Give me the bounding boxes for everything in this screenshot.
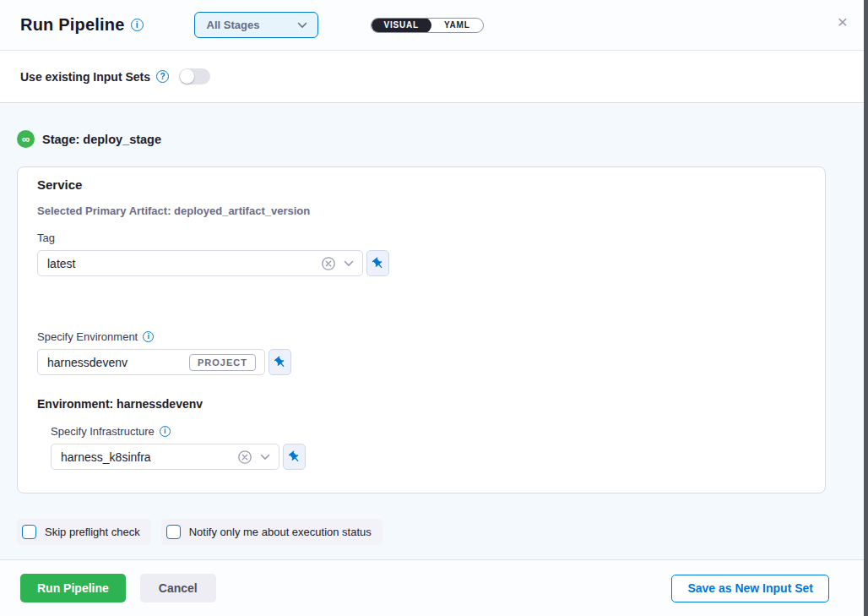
modal-footer: Run Pipeline Cancel Save as New Input Se… bbox=[0, 559, 868, 616]
input-sets-section: Use existing Input Sets ? bbox=[0, 51, 868, 103]
tag-input-wrap bbox=[37, 250, 363, 276]
skip-preflight-label: Skip preflight check bbox=[45, 526, 140, 538]
save-as-new-input-set-button[interactable]: Save as New Input Set bbox=[671, 575, 829, 602]
environment-label: Specify Environment i bbox=[37, 330, 805, 343]
cancel-button[interactable]: Cancel bbox=[140, 574, 216, 602]
environment-input[interactable] bbox=[47, 356, 189, 369]
info-icon[interactable]: i bbox=[131, 19, 144, 31]
pin-icon[interactable] bbox=[283, 444, 306, 470]
pin-icon[interactable] bbox=[366, 250, 389, 276]
run-pipeline-modal: Run Pipeline i All Stages VISUAL YAML × … bbox=[0, 0, 868, 616]
main-content: ∞ Stage: deploy_stage Service Selected P… bbox=[0, 103, 868, 559]
service-title: Service bbox=[37, 177, 805, 192]
environment-input-wrap: PROJECT bbox=[37, 349, 265, 375]
skip-preflight-checkbox[interactable] bbox=[22, 525, 36, 539]
info-icon[interactable]: i bbox=[143, 331, 154, 342]
close-icon[interactable]: × bbox=[833, 12, 853, 32]
clear-icon[interactable] bbox=[321, 256, 336, 271]
skip-preflight-option[interactable]: Skip preflight check bbox=[17, 519, 151, 545]
page-title: Run Pipeline bbox=[20, 15, 125, 35]
project-scope-badge: PROJECT bbox=[189, 354, 256, 371]
notify-only-me-option[interactable]: Notify only me about execution status bbox=[161, 519, 382, 545]
toggle-knob bbox=[180, 69, 194, 84]
deploy-stage-icon: ∞ bbox=[17, 130, 35, 148]
input-sets-toggle[interactable] bbox=[179, 68, 210, 84]
infrastructure-input[interactable] bbox=[61, 450, 237, 464]
input-sets-label: Use existing Input Sets bbox=[20, 70, 150, 84]
clear-icon[interactable] bbox=[237, 450, 252, 465]
execution-options: Skip preflight check Notify only me abou… bbox=[17, 519, 848, 545]
tag-input[interactable] bbox=[47, 257, 321, 270]
page-scrollbar[interactable] bbox=[864, 0, 868, 616]
notify-only-me-label: Notify only me about execution status bbox=[189, 526, 372, 538]
run-pipeline-button[interactable]: Run Pipeline bbox=[20, 574, 126, 602]
tag-label: Tag bbox=[37, 232, 805, 244]
pin-icon[interactable] bbox=[269, 349, 291, 375]
visual-yaml-toggle: VISUAL YAML bbox=[371, 18, 484, 33]
stage-selector-value: All Stages bbox=[207, 19, 297, 31]
modal-header: Run Pipeline i All Stages VISUAL YAML × bbox=[0, 0, 868, 51]
service-card: Service Selected Primary Artifact: deplo… bbox=[17, 166, 826, 493]
tab-visual[interactable]: VISUAL bbox=[372, 18, 431, 33]
selected-artifact-text: Selected Primary Artifact: deployed_arti… bbox=[37, 204, 805, 217]
infrastructure-group: Specify Infrastructure i bbox=[51, 425, 805, 470]
info-icon[interactable]: i bbox=[160, 426, 171, 437]
tag-input-row bbox=[37, 250, 805, 276]
tab-yaml[interactable]: YAML bbox=[431, 18, 483, 33]
chevron-down-icon[interactable] bbox=[344, 260, 354, 267]
infrastructure-label: Specify Infrastructure i bbox=[51, 425, 805, 438]
stage-heading: Stage: deploy_stage bbox=[42, 133, 161, 146]
stage-row: ∞ Stage: deploy_stage bbox=[17, 130, 848, 148]
infrastructure-input-wrap bbox=[51, 444, 279, 470]
stage-selector-dropdown[interactable]: All Stages bbox=[194, 12, 318, 38]
environment-heading: Environment: harnessdevenv bbox=[37, 397, 805, 411]
environment-input-row: PROJECT bbox=[37, 349, 805, 375]
infrastructure-input-row bbox=[51, 444, 805, 470]
notify-only-me-checkbox[interactable] bbox=[166, 525, 181, 539]
chevron-down-icon bbox=[297, 22, 307, 29]
help-icon[interactable]: ? bbox=[156, 70, 169, 83]
chevron-down-icon[interactable] bbox=[260, 454, 270, 461]
